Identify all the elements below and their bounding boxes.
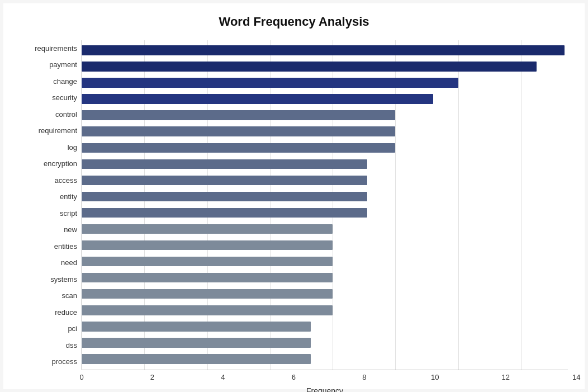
chart-container: Word Frequency Analysis requirementspaym… (3, 3, 585, 389)
x-tick-label: 4 (221, 373, 225, 381)
y-axis-labels: requirementspaymentchangesecuritycontrol… (20, 40, 82, 370)
bars-area (82, 40, 568, 370)
bar (82, 110, 395, 120)
y-label: script (20, 210, 77, 217)
bar (82, 289, 333, 299)
bar (82, 143, 395, 153)
bar (82, 338, 311, 348)
x-axis-title: Frequency (82, 386, 568, 393)
y-label: control (20, 111, 77, 118)
bar (82, 273, 333, 283)
bar-row (82, 42, 568, 59)
y-label: payment (20, 61, 77, 68)
bar (82, 257, 333, 267)
x-tick-label: 14 (572, 373, 580, 381)
bar-row (82, 318, 568, 334)
bar-row (82, 107, 568, 124)
bar-row (82, 59, 568, 75)
axis-bottom-line (82, 370, 568, 370)
bar-row (82, 124, 568, 140)
bar-row (82, 270, 568, 286)
bar-row (82, 140, 568, 156)
y-label: entities (20, 243, 77, 250)
bar (82, 126, 395, 136)
bar (82, 78, 458, 88)
y-label: need (20, 259, 77, 266)
x-tick-label: 2 (150, 373, 154, 381)
bar (82, 176, 367, 186)
bars-wrapper (82, 40, 568, 370)
bar-row (82, 334, 568, 351)
x-tick-label: 6 (292, 373, 296, 381)
y-label: access (20, 177, 77, 184)
y-label: entity (20, 193, 77, 200)
y-label: requirements (20, 45, 77, 52)
y-label: log (20, 144, 77, 151)
bar-row (82, 156, 568, 172)
y-label: pci (20, 325, 77, 332)
y-label: encryption (20, 160, 77, 167)
y-label: change (20, 78, 77, 85)
bar (82, 322, 311, 332)
bar (82, 224, 333, 234)
y-label: requirement (20, 127, 77, 134)
bar-row (82, 205, 568, 221)
bar (82, 62, 537, 72)
bar (82, 208, 367, 218)
bar (82, 240, 333, 251)
y-label: security (20, 94, 77, 101)
y-label: dss (20, 342, 77, 349)
bar-row (82, 237, 568, 253)
chart-title: Word Frequency Analysis (20, 15, 568, 29)
y-label: process (20, 358, 77, 365)
bar-row (82, 91, 568, 107)
grid-and-bars (82, 40, 568, 370)
bar (82, 354, 311, 364)
x-axis: 02468101214 (82, 373, 588, 384)
bar-row (82, 75, 568, 91)
bar-row (82, 172, 568, 188)
bar-row (82, 221, 568, 237)
bar (82, 45, 565, 55)
bar (82, 159, 367, 169)
bar (82, 94, 433, 104)
y-label: scan (20, 292, 77, 299)
bar-row (82, 286, 568, 302)
bar-row (82, 253, 568, 270)
bar (82, 305, 333, 315)
y-label: reduce (20, 309, 77, 316)
chart-area: requirementspaymentchangesecuritycontrol… (20, 40, 568, 370)
y-label: systems (20, 276, 77, 283)
x-tick-label: 0 (79, 373, 83, 381)
x-tick-label: 12 (501, 373, 509, 381)
bar-row (82, 351, 568, 367)
bar-row (82, 188, 568, 205)
x-axis-labels: 02468101214 (82, 373, 588, 384)
bar-row (82, 302, 568, 318)
x-tick-label: 8 (362, 373, 366, 381)
y-label: new (20, 226, 77, 233)
bar (82, 192, 367, 202)
x-tick-label: 10 (431, 373, 439, 381)
